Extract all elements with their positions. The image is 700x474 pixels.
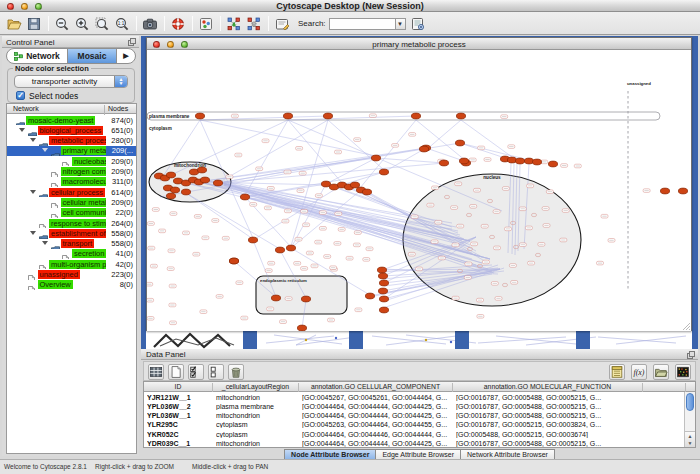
window-resize-grip[interactable] [683, 323, 690, 330]
table-cell[interactable]: YKR052C [147, 431, 211, 438]
graph-node[interactable] [515, 158, 524, 164]
table-cell[interactable]: [GO:0016787, GO:0005488, GO:0005215, G..… [456, 412, 641, 419]
attribute-list-button[interactable] [609, 364, 625, 380]
delete-attribute-icon[interactable] [229, 364, 243, 380]
tab-mosaic[interactable]: Mosaic [67, 49, 117, 63]
graph-node[interactable] [377, 267, 386, 273]
layout-network-a-icon[interactable] [226, 16, 242, 32]
graph-node[interactable] [271, 295, 280, 301]
graph-node[interactable] [275, 247, 284, 253]
graph-node[interactable] [248, 237, 257, 243]
table-row[interactable]: YPL036W__2plasma membrane[GO:0044464, GO… [144, 402, 695, 411]
zoom-selected-button[interactable] [94, 15, 111, 32]
table-cell[interactable]: [GO:0045267, GO:0045261, GO:0044464, G..… [302, 394, 451, 401]
table-column-header[interactable]: ID [144, 383, 213, 392]
tab-overflow-button[interactable]: ▶ [117, 49, 135, 63]
tree-row[interactable]: response to stimul264(0) [7, 218, 136, 228]
tree-expander-icon[interactable] [30, 138, 36, 142]
float-data-panel-icon[interactable] [687, 351, 695, 359]
float-panel-icon[interactable] [128, 38, 136, 46]
table-cell[interactable]: YPL036W__2 [147, 403, 211, 410]
tree-row[interactable]: cellular process614(0) [7, 187, 136, 197]
table-cell[interactable]: plasma membrane [216, 403, 297, 410]
vizmapper-icon[interactable] [198, 16, 214, 32]
table-cell[interactable]: [GO:0044464, GO:0044444, GO:0044425, G..… [302, 440, 451, 447]
graph-node[interactable] [456, 113, 465, 119]
layout-network-a-button[interactable] [226, 15, 243, 32]
layout-network-b-icon[interactable] [246, 16, 262, 32]
table-row[interactable]: YKR052Ccytoplasm[GO:0044464, GO:0044446,… [144, 430, 695, 439]
attribute-matrix-icon[interactable] [676, 364, 690, 380]
combobox-stepper-icon[interactable]: ▲▼ [114, 76, 127, 87]
tree-row[interactable]: unassigned223(0) [7, 269, 136, 279]
layout-network-b-button[interactable] [246, 15, 263, 32]
graph-node[interactable] [379, 280, 388, 286]
graph-node[interactable] [532, 159, 541, 165]
table-row[interactable]: YDR039C__1mitochondrion[GO:0044464, GO:0… [144, 440, 695, 449]
table-column-header[interactable]: annotation.GO CELLULAR_COMPONENT [299, 383, 453, 392]
graph-node[interactable] [197, 167, 206, 173]
table-cell[interactable]: YJR121W__1 [147, 394, 211, 401]
select-attributes-icon[interactable] [189, 364, 203, 380]
graph-node[interactable] [213, 180, 222, 186]
table-cell[interactable]: [GO:0016787, GO:0005215, GO:0003824, G..… [456, 421, 641, 428]
delete-attribute-button[interactable] [228, 364, 244, 380]
graph-node[interactable] [286, 245, 295, 251]
tree-row[interactable]: nucleobase-209(0) [7, 156, 136, 166]
zoom-in-icon[interactable] [74, 16, 90, 32]
search-config-icon[interactable] [410, 16, 426, 32]
tree-row[interactable]: cell communicat22(0) [7, 208, 136, 218]
tree-expander-icon[interactable] [30, 231, 36, 235]
save-session-button[interactable] [26, 15, 43, 32]
graph-node[interactable] [459, 158, 468, 164]
vizmapper-button[interactable] [198, 15, 215, 32]
graph-node[interactable] [365, 293, 374, 299]
table-row[interactable]: YPL036W__1mitochondrion[GO:0044464, GO:0… [144, 412, 695, 421]
table-cell[interactable]: [GO:0044464, GO:0044444, GO:0044425, G..… [302, 403, 451, 410]
graph-node[interactable] [350, 182, 359, 188]
app-titlebar[interactable]: Cytoscape Desktop (New Session) [0, 0, 700, 12]
table-cell[interactable]: [GO:0045263, GO:0044464, GO:0044455, G..… [302, 421, 451, 428]
graph-node[interactable] [181, 189, 190, 195]
graph-node[interactable] [229, 258, 238, 264]
help-ring-icon[interactable] [170, 16, 186, 32]
graph-node[interactable] [166, 172, 175, 178]
tree-expander-icon[interactable] [42, 148, 48, 152]
table-cell[interactable]: [GO:0016787, GO:0005488, GO:0005215, G..… [456, 403, 641, 410]
attribute-matrix-button[interactable] [675, 364, 691, 380]
table-column-header[interactable]: _cellularLayoutRegion [213, 383, 299, 392]
graph-node[interactable] [419, 146, 428, 152]
tree-row[interactable]: Overview8(0) [7, 280, 136, 290]
graph-node[interactable] [371, 155, 380, 161]
table-column-header[interactable] [643, 383, 686, 392]
tree-row[interactable]: metabolic process280(0) [7, 136, 136, 146]
open-session-icon[interactable] [6, 16, 22, 32]
tree-row[interactable]: biological_process651(0) [7, 125, 136, 135]
graph-node[interactable] [379, 169, 388, 175]
table-cell[interactable]: cytoplasm [216, 421, 297, 428]
graph-node[interactable] [411, 113, 420, 119]
graph-node[interactable] [200, 177, 209, 183]
select-nodes-checkbox[interactable]: ✓ [16, 91, 25, 100]
unselect-attributes-button[interactable] [208, 364, 224, 380]
graph-node[interactable] [297, 325, 306, 331]
graph-node[interactable] [378, 288, 387, 294]
graph-node[interactable] [301, 296, 310, 302]
tree-row[interactable]: cellular metabo209(0) [7, 197, 136, 207]
table-cell[interactable]: YPL036W__1 [147, 412, 211, 419]
save-session-icon[interactable] [26, 16, 42, 32]
attribute-grid-button[interactable] [148, 364, 164, 380]
table-cell[interactable]: [GO:0016787, GO:0005488, GO:0005215, G..… [456, 394, 641, 401]
new-attribute-button[interactable] [168, 364, 184, 380]
zoom-selected-icon[interactable] [94, 16, 110, 32]
graph-node[interactable] [283, 113, 292, 119]
annotation-edit-button[interactable] [274, 15, 291, 32]
graph-node[interactable] [240, 194, 249, 200]
compartment-plasma-membrane[interactable] [147, 112, 660, 120]
help-ring-button[interactable] [170, 15, 187, 32]
graph-node[interactable] [170, 187, 179, 193]
new-attribute-icon[interactable] [169, 364, 183, 380]
table-cell[interactable]: [GO:0005488, GO:0005215, GO:0003674] [456, 431, 641, 438]
attribute-grid-icon[interactable] [149, 364, 163, 380]
table-row[interactable]: YLR295Ccytoplasm[GO:0045263, GO:0044464,… [144, 421, 695, 430]
